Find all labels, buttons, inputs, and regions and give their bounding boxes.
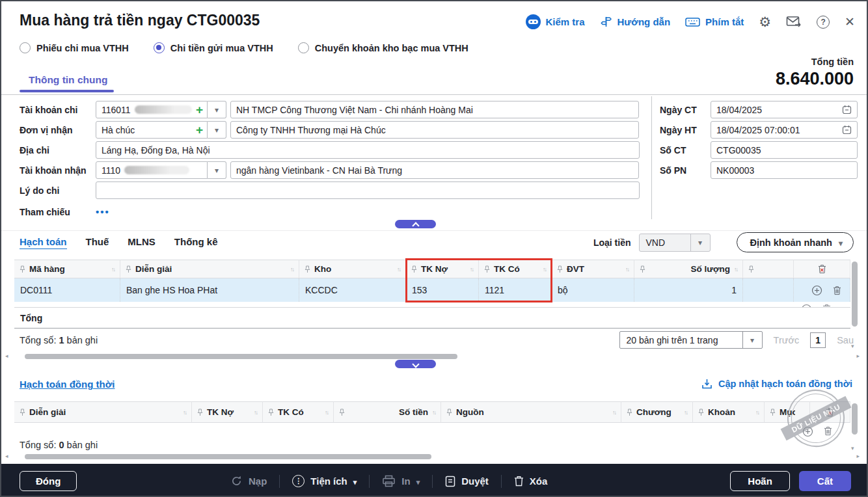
col-ma-hang[interactable]: Mã hàng↑↓ bbox=[14, 260, 120, 278]
col-tk-no[interactable]: TK Nợ↑↓ bbox=[192, 401, 263, 423]
pin-icon bbox=[197, 409, 203, 416]
row-dia-chi: Địa chỉ Láng Hạ, Đống Đa, Hà Nội bbox=[20, 141, 640, 159]
simul-section-title[interactable]: Hạch toán đồng thời bbox=[20, 379, 115, 390]
reload-button[interactable]: Nạp bbox=[230, 475, 267, 487]
print-button[interactable]: In bbox=[382, 475, 420, 487]
collapse-up-button[interactable] bbox=[395, 220, 436, 228]
col-so-tien[interactable]: Số tiền↑↓ bbox=[334, 401, 441, 423]
col-pin[interactable] bbox=[743, 260, 794, 278]
postpone-button[interactable]: Hoãn bbox=[730, 471, 790, 491]
col-dien-giai[interactable]: Diễn giải↑↓ bbox=[14, 401, 192, 423]
col-tk-co[interactable]: TK Có↑↓ bbox=[479, 260, 552, 278]
col-tk-no[interactable]: TK Nợ↑↓ bbox=[406, 260, 479, 278]
tab-underline bbox=[20, 90, 114, 92]
tab-thong-ke[interactable]: Thống kê bbox=[174, 236, 218, 249]
tab-mlns[interactable]: MLNS bbox=[128, 236, 156, 249]
ngay-ct-field[interactable]: 18/04/2025 bbox=[711, 101, 858, 118]
calendar-icon[interactable] bbox=[842, 125, 852, 135]
page-size-select[interactable]: 20 bản ghi trên 1 trang bbox=[619, 331, 763, 349]
document-icon bbox=[445, 476, 455, 487]
tab-thong-tin-chung[interactable]: Thông tin chung bbox=[29, 74, 107, 86]
check-button[interactable]: Kiểm tra bbox=[526, 14, 585, 29]
col-nguon[interactable]: Nguồn↑↓ bbox=[441, 401, 621, 423]
col-kho[interactable]: Kho↑↓ bbox=[299, 260, 406, 278]
tab-hach-toan[interactable]: Hạch toán bbox=[20, 236, 67, 249]
radio-phieu-chi[interactable]: Phiếu chi mua VTHH bbox=[20, 42, 129, 53]
sort-icon: ↑↓ bbox=[183, 409, 186, 416]
tab-thue[interactable]: Thuế bbox=[86, 236, 109, 249]
scroll-down-icon[interactable]: ▾ bbox=[851, 445, 854, 451]
guide-button[interactable]: Hướng dẫn bbox=[600, 16, 671, 28]
don-vi-nhan-combo[interactable]: Hà chúc + bbox=[96, 121, 226, 139]
currency-select[interactable]: VND bbox=[639, 234, 711, 252]
delete-row-icon[interactable] bbox=[833, 286, 841, 295]
vertical-scrollbar[interactable] bbox=[852, 262, 858, 327]
simul-table: Diễn giải↑↓ TK Nợ↑↓ TK Có↑↓ Số tiền↑↓ Ng… bbox=[14, 401, 850, 438]
bank-name-field[interactable]: NH TMCP Công Thương Việt Nam - Chi nhánh… bbox=[230, 101, 639, 118]
close-icon[interactable]: ✕ bbox=[845, 14, 855, 29]
col-delete[interactable]: ✕ bbox=[794, 260, 850, 278]
sort-icon: ↑↓ bbox=[684, 409, 687, 416]
update-simul-link[interactable]: Cập nhật hạch toán đồng thời bbox=[701, 378, 852, 390]
chevron-down-icon bbox=[416, 476, 420, 487]
chevron-down-icon bbox=[839, 237, 843, 248]
quick-entry-button[interactable]: Định khoản nhanh bbox=[737, 232, 854, 252]
receiver-bank-field[interactable]: ngân hàng Vietinbank - CN Hai Bà Trưng bbox=[230, 161, 639, 179]
dropdown-arrow-icon[interactable] bbox=[208, 121, 226, 139]
add-row-icon[interactable] bbox=[811, 285, 822, 296]
calendar-icon[interactable] bbox=[842, 105, 852, 114]
scroll-right-icon: ▸ bbox=[856, 453, 860, 459]
add-icon[interactable]: + bbox=[196, 124, 203, 136]
horizontal-scrollbar[interactable]: ◂ ▸ bbox=[14, 454, 850, 459]
masked-value bbox=[124, 166, 189, 174]
approve-button[interactable]: Duyệt bbox=[445, 476, 489, 487]
so-ct-field[interactable]: CTG00035 bbox=[711, 141, 858, 159]
table-row[interactable]: DC0111 Ban ghe HS Hoa PHat KCCDC 153 112… bbox=[14, 278, 850, 302]
send-mail-icon[interactable] bbox=[786, 16, 802, 28]
so-pn-field[interactable]: NK00003 bbox=[711, 161, 858, 179]
settings-gear-icon[interactable]: ⚙ bbox=[759, 15, 771, 29]
close-button[interactable]: Đóng bbox=[20, 471, 77, 491]
col-khoan[interactable]: Khoản↑↓ bbox=[693, 401, 765, 423]
radio-chi-tien-gui[interactable]: Chi tiền gửi mua VTHH bbox=[154, 42, 273, 53]
col-muc[interactable]: Mục bbox=[765, 401, 810, 423]
prev-page-button[interactable]: Trước bbox=[774, 335, 800, 345]
col-so-luong[interactable]: Số lượng↑↓ bbox=[634, 260, 743, 278]
reference-more-button[interactable]: ••• bbox=[96, 206, 110, 217]
radio-chuyen-khoan[interactable]: Chuyển khoản kho bạc mua VTHH bbox=[298, 42, 468, 53]
shortcut-button[interactable]: Phím tắt bbox=[685, 16, 744, 27]
horizontal-scrollbar[interactable]: ◂ ▸ bbox=[14, 354, 850, 359]
ngay-ht-field[interactable]: 18/04/2025 07:00:01 bbox=[711, 121, 858, 139]
col-dvt[interactable]: ĐVT↑↓ bbox=[552, 260, 634, 278]
next-page-button[interactable]: Sau bbox=[837, 335, 854, 345]
receiver-name-field[interactable]: Công ty TNHH Thương mại Hà Chúc bbox=[230, 121, 639, 139]
col-dien-giai[interactable]: Diễn giải↑↓ bbox=[120, 260, 299, 278]
collapse-down-button[interactable] bbox=[395, 360, 436, 368]
add-icon[interactable]: + bbox=[196, 103, 203, 116]
sort-icon: ↑↓ bbox=[755, 409, 759, 416]
dropdown-arrow-icon[interactable] bbox=[208, 161, 226, 179]
tai-khoan-nhan-combo[interactable]: 1110 bbox=[96, 161, 226, 179]
dropdown-arrow-icon[interactable] bbox=[208, 101, 226, 118]
delete-button[interactable]: Xóa bbox=[514, 476, 548, 487]
purchase-voucher-window: Mua hàng trả tiền ngay CTG00035 Kiểm tra… bbox=[0, 0, 868, 497]
utilities-button[interactable]: ⋮ Tiện ích bbox=[292, 475, 357, 487]
save-button[interactable]: Cất bbox=[799, 471, 851, 491]
col-chuong[interactable]: Chương↑↓ bbox=[621, 401, 693, 423]
total-amount-value: 8.640.000 bbox=[776, 69, 854, 89]
col-delete[interactable]: ✕ bbox=[810, 401, 850, 423]
row-tai-khoan-nhan: Tài khoản nhận 1110 ngân hàng Vietinbank… bbox=[20, 161, 639, 179]
tai-khoan-chi-combo[interactable]: 116011 + bbox=[96, 101, 226, 118]
current-page[interactable]: 1 bbox=[810, 332, 826, 348]
reason-field[interactable] bbox=[96, 181, 640, 199]
pin-icon bbox=[305, 265, 310, 273]
total-row: Tổng bbox=[14, 307, 850, 329]
pagination: 20 bản ghi trên 1 trang Trước 1 Sau bbox=[619, 331, 854, 349]
dropdown-arrow-icon bbox=[742, 332, 762, 348]
vertical-scrollbar[interactable] bbox=[852, 403, 858, 435]
col-tk-co[interactable]: TK Có↑↓ bbox=[263, 401, 334, 423]
help-icon[interactable]: ? bbox=[817, 16, 830, 29]
sort-icon: ↑↓ bbox=[325, 409, 328, 416]
address-field[interactable]: Láng Hạ, Đống Đa, Hà Nội bbox=[96, 141, 640, 159]
empty-row-strip bbox=[14, 423, 850, 438]
